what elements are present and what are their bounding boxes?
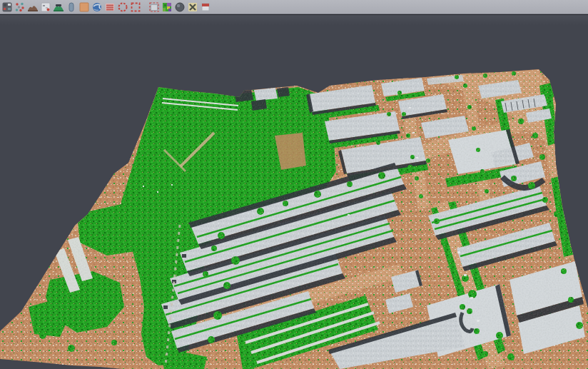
point-cloud-scene[interactable] bbox=[0, 15, 588, 369]
terrain-brown-icon bbox=[27, 1, 39, 13]
noise-overlay bbox=[0, 15, 588, 369]
profile-tool-button[interactable] bbox=[66, 1, 77, 13]
align-points-icon bbox=[14, 1, 26, 13]
render-viewport[interactable] bbox=[0, 15, 588, 369]
add-point-cloud-icon bbox=[1, 1, 13, 13]
globe-icon bbox=[91, 1, 103, 13]
thin-points-button[interactable] bbox=[40, 1, 51, 13]
render-sphere-icon bbox=[174, 1, 186, 13]
add-point-cloud-button[interactable] bbox=[1, 1, 13, 13]
align-points-button[interactable] bbox=[14, 1, 26, 13]
orthophoto-button[interactable] bbox=[78, 1, 90, 13]
main-toolbar bbox=[0, 0, 588, 14]
terrain-brown-button[interactable] bbox=[27, 1, 39, 13]
clip-box-icon bbox=[148, 1, 160, 13]
classification-map-icon bbox=[161, 1, 173, 13]
globe-button[interactable] bbox=[91, 1, 103, 13]
layer-stack-button[interactable] bbox=[104, 1, 116, 13]
thin-points-icon bbox=[40, 1, 51, 13]
render-sphere-button[interactable] bbox=[174, 1, 186, 13]
select-region-button[interactable] bbox=[130, 1, 141, 13]
measure-cross-button[interactable] bbox=[187, 1, 198, 13]
profile-tool-icon bbox=[66, 1, 77, 13]
measure-cross-icon bbox=[187, 1, 198, 13]
classify-ground-button[interactable] bbox=[53, 1, 64, 13]
select-region-icon bbox=[130, 1, 141, 13]
terrain-mesh[interactable] bbox=[0, 15, 588, 369]
pick-target-icon bbox=[117, 1, 128, 13]
pick-target-button[interactable] bbox=[117, 1, 128, 13]
classify-ground-icon bbox=[53, 1, 64, 13]
toolbar-separator bbox=[143, 1, 148, 13]
orthophoto-icon bbox=[78, 1, 90, 13]
clip-box-button[interactable] bbox=[148, 1, 160, 13]
texture-flag-button[interactable] bbox=[200, 1, 211, 13]
texture-flag-icon bbox=[200, 1, 211, 13]
classification-map-button[interactable] bbox=[161, 1, 173, 13]
layer-stack-icon bbox=[104, 1, 116, 13]
